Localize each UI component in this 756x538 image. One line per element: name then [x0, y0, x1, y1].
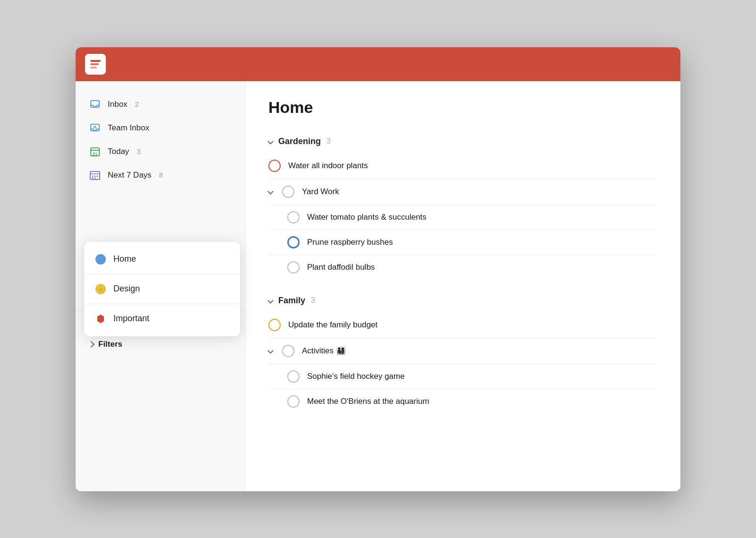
task-text-family-budget: Update the family budget — [288, 320, 378, 330]
home-dot — [95, 254, 106, 265]
task-plant-daffodil: Plant daffodil bulbs — [268, 255, 658, 280]
projects-dropdown: Home Design — [84, 242, 240, 336]
gardening-chevron[interactable] — [267, 138, 274, 145]
filters-label: Filters — [98, 340, 122, 349]
task-text-field-hockey: Sophie's field hockey game — [307, 372, 404, 381]
task-checkbox-obriens[interactable] — [287, 395, 300, 408]
inbox-icon — [89, 98, 101, 111]
filters-collapsible[interactable]: Filters — [76, 333, 245, 356]
svg-point-9 — [92, 177, 94, 179]
sidebar-item-next7days[interactable]: Next 7 Days 8 — [76, 163, 245, 187]
svg-point-8 — [97, 175, 98, 177]
task-text-obriens: Meet the O'Briens at the aquarium — [307, 397, 429, 406]
team-inbox-label: Team Inbox — [108, 123, 149, 133]
task-checkbox-field-hockey[interactable] — [287, 370, 300, 383]
inbox-count: 2 — [135, 100, 139, 108]
sidebar-item-team-inbox[interactable]: Team Inbox — [76, 116, 245, 140]
divider-2 — [84, 304, 240, 304]
family-chevron[interactable] — [267, 298, 274, 304]
task-checkbox-plant-daffodil[interactable] — [287, 261, 300, 273]
today-count: 3 — [137, 147, 140, 155]
content-area: Inbox 2 Team Inbox — [76, 81, 680, 491]
design-dot — [95, 284, 106, 294]
titlebar — [76, 47, 680, 81]
logo-line-3 — [90, 67, 97, 68]
project-home[interactable]: Home — [84, 247, 240, 272]
home-project-label: Home — [113, 254, 136, 264]
divider-1 — [84, 274, 240, 274]
task-checkbox-water-indoor[interactable] — [268, 160, 281, 172]
next7days-count: 8 — [159, 171, 163, 179]
task-text-water-tomato: Water tomato plants & succulents — [307, 213, 427, 222]
task-water-tomato: Water tomato plants & succulents — [268, 205, 658, 230]
family-header: Family 3 — [268, 291, 658, 310]
svg-point-7 — [94, 175, 96, 177]
today-label: Today — [108, 147, 129, 156]
task-water-indoor: Water all indoor plants — [268, 153, 658, 179]
svg-text:21: 21 — [93, 152, 97, 156]
logo-line-2 — [90, 63, 99, 65]
svg-point-2 — [94, 126, 96, 128]
family-section: Family 3 Update the family budget Activi… — [268, 291, 658, 414]
task-text-activities: Activities 👨‍👩‍👧‍👦 — [302, 346, 346, 356]
task-text-yard-work: Yard Work — [302, 187, 339, 196]
app-window: Inbox 2 Team Inbox — [76, 47, 680, 491]
task-field-hockey: Sophie's field hockey game — [268, 364, 658, 389]
sidebar-item-inbox[interactable]: Inbox 2 — [76, 93, 245, 116]
gardening-count: 3 — [326, 137, 331, 145]
task-prune-raspberry: Prune raspberry bushes — [268, 230, 658, 255]
design-project-label: Design — [113, 284, 140, 294]
task-checkbox-family-budget[interactable] — [268, 319, 281, 331]
logo-line-1 — [90, 60, 101, 62]
team-inbox-icon — [89, 122, 101, 134]
gardening-section: Gardening 3 Water all indoor plants Yard… — [268, 132, 658, 280]
task-checkbox-yard-work[interactable] — [282, 186, 294, 198]
yard-work-chevron[interactable] — [267, 188, 274, 195]
activities-chevron[interactable] — [267, 348, 274, 354]
family-title: Family — [278, 296, 305, 306]
sidebar: Inbox 2 Team Inbox — [76, 81, 246, 491]
task-yard-work: Yard Work — [268, 179, 658, 205]
task-family-budget: Update the family budget — [268, 312, 658, 338]
important-dot — [95, 314, 106, 324]
svg-point-6 — [92, 175, 94, 177]
sidebar-item-today[interactable]: 21 Today 3 — [76, 140, 245, 163]
task-text-water-indoor: Water all indoor plants — [288, 161, 368, 171]
family-count: 3 — [311, 296, 315, 305]
important-project-label: Important — [113, 314, 149, 324]
today-icon: 21 — [89, 145, 101, 158]
filters-chevron — [88, 341, 94, 348]
app-logo — [85, 54, 106, 75]
task-text-prune-raspberry: Prune raspberry bushes — [307, 238, 393, 247]
gardening-header: Gardening 3 — [268, 132, 658, 151]
next7days-label: Next 7 Days — [108, 171, 152, 180]
task-obriens-aquarium: Meet the O'Briens at the aquarium — [268, 389, 658, 414]
gardening-title: Gardening — [278, 137, 321, 146]
task-text-plant-daffodil: Plant daffodil bulbs — [307, 263, 375, 272]
task-checkbox-water-tomato[interactable] — [287, 211, 300, 223]
task-checkbox-activities[interactable] — [282, 345, 294, 357]
main-content: Home Gardening 3 Water all indoor plants — [246, 81, 680, 491]
page-title: Home — [268, 98, 658, 117]
project-important[interactable]: Important — [84, 306, 240, 332]
svg-rect-1 — [91, 124, 99, 131]
logo-lines — [90, 60, 101, 68]
task-activities: Activities 👨‍👩‍👧‍👦 — [268, 338, 658, 364]
project-design[interactable]: Design — [84, 276, 240, 302]
inbox-label: Inbox — [108, 100, 128, 109]
task-checkbox-prune-raspberry[interactable] — [287, 236, 300, 248]
next7days-icon — [89, 169, 101, 181]
svg-rect-0 — [91, 101, 99, 107]
svg-point-10 — [94, 177, 96, 179]
